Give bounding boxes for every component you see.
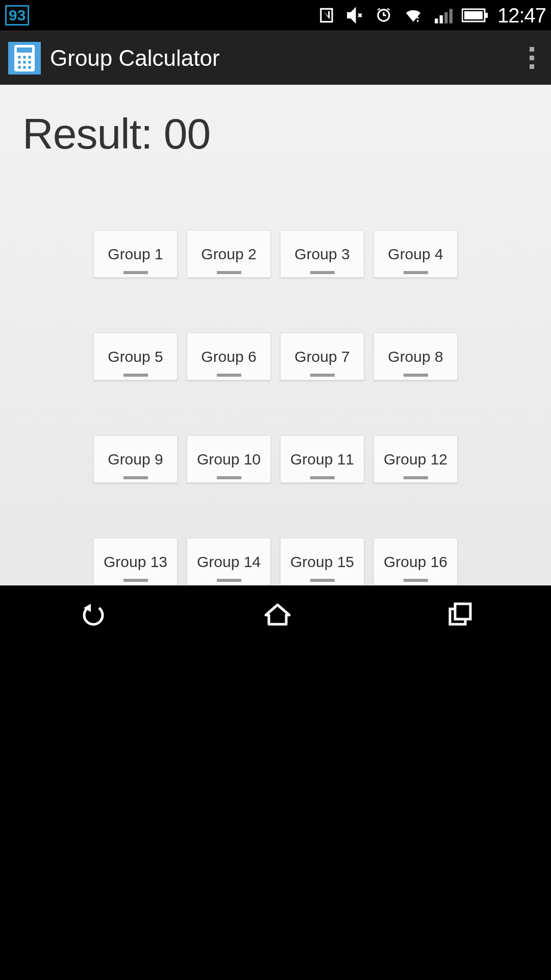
group-label: Group 16	[384, 553, 447, 571]
spinner-handle-icon	[217, 579, 241, 582]
overflow-dot-icon	[530, 47, 534, 52]
group-button-14[interactable]: Group 14	[187, 538, 271, 585]
back-button[interactable]	[78, 602, 108, 626]
svg-rect-7	[464, 11, 483, 19]
status-right: 12:47	[317, 4, 546, 27]
svg-rect-4	[444, 12, 447, 23]
battery-percent-badge: 93	[5, 5, 29, 26]
spinner-handle-icon	[123, 476, 148, 479]
spinner-handle-icon	[123, 271, 148, 274]
group-label: Group 2	[201, 246, 256, 263]
svg-point-16	[28, 61, 31, 64]
wifi-icon	[403, 6, 424, 25]
spinner-handle-icon	[123, 579, 148, 582]
svg-rect-22	[455, 604, 470, 619]
result-value: 00	[164, 110, 210, 158]
status-bar: 93 12:47	[0, 0, 551, 31]
app-title: Group Calculator	[50, 45, 220, 71]
spinner-handle-icon	[217, 374, 241, 377]
clock: 12:47	[497, 4, 546, 27]
group-button-2[interactable]: Group 2	[187, 230, 271, 278]
result-label: Result:	[22, 110, 152, 158]
svg-point-13	[28, 56, 31, 59]
group-label: Group 15	[290, 553, 354, 571]
spinner-handle-icon	[404, 271, 428, 274]
spinner-handle-icon	[404, 374, 428, 377]
spinner-handle-icon	[217, 271, 241, 274]
spinner-handle-icon	[310, 579, 335, 582]
spinner-handle-icon	[217, 476, 241, 479]
group-label: Group 8	[388, 348, 443, 365]
svg-point-18	[23, 66, 26, 69]
group-label: Group 12	[384, 451, 447, 468]
overflow-dot-icon	[530, 56, 534, 60]
group-button-10[interactable]: Group 10	[187, 435, 271, 483]
spinner-handle-icon	[404, 579, 428, 582]
svg-point-15	[23, 61, 26, 64]
svg-point-14	[18, 61, 21, 64]
svg-rect-10	[17, 47, 32, 53]
group-label: Group 4	[388, 246, 443, 263]
spinner-handle-icon	[310, 476, 335, 479]
group-button-3[interactable]: Group 3	[280, 230, 364, 278]
group-label: Group 3	[294, 246, 349, 263]
group-button-4[interactable]: Group 4	[373, 230, 458, 278]
group-label: Group 6	[201, 348, 256, 365]
svg-point-12	[23, 56, 26, 59]
group-button-9[interactable]: Group 9	[93, 435, 178, 483]
group-button-7[interactable]: Group 7	[280, 333, 364, 380]
svg-rect-3	[440, 15, 443, 23]
mute-icon	[345, 6, 365, 25]
battery-icon	[462, 8, 488, 23]
group-button-6[interactable]: Group 6	[187, 333, 271, 380]
group-button-1[interactable]: Group 1	[93, 230, 178, 278]
nfc-icon	[317, 6, 336, 25]
overflow-menu-button[interactable]	[521, 43, 542, 74]
letterbox	[0, 643, 551, 980]
spinner-handle-icon	[310, 271, 335, 274]
action-bar: Group Calculator	[0, 31, 551, 85]
svg-rect-5	[449, 9, 453, 23]
group-button-8[interactable]: Group 8	[373, 333, 458, 380]
group-label: Group 14	[197, 553, 261, 571]
group-label: Group 9	[108, 451, 163, 468]
content: Result: 00 Group 1 Group 2 Group 3 Group…	[0, 85, 551, 585]
group-label: Group 7	[294, 348, 349, 365]
group-label: Group 10	[197, 451, 261, 468]
group-label: Group 5	[108, 348, 163, 365]
group-button-15[interactable]: Group 15	[280, 538, 364, 585]
group-grid: Group 1 Group 2 Group 3 Group 4 Group 5 …	[22, 230, 529, 585]
group-button-16[interactable]: Group 16	[373, 538, 458, 585]
group-label: Group 1	[108, 246, 163, 263]
nav-bar	[0, 585, 551, 643]
svg-point-19	[28, 66, 31, 69]
alarm-icon	[374, 6, 393, 25]
group-label: Group 13	[104, 553, 167, 571]
group-button-13[interactable]: Group 13	[93, 538, 178, 585]
spinner-handle-icon	[123, 374, 148, 377]
recent-apps-button[interactable]	[447, 602, 473, 626]
group-button-5[interactable]: Group 5	[93, 333, 178, 380]
group-label: Group 11	[290, 451, 354, 468]
svg-rect-8	[485, 13, 488, 18]
svg-point-11	[18, 56, 21, 59]
svg-point-17	[18, 66, 21, 69]
group-button-12[interactable]: Group 12	[373, 435, 458, 483]
svg-rect-2	[435, 18, 438, 23]
group-button-11[interactable]: Group 11	[280, 435, 364, 483]
spinner-handle-icon	[404, 476, 428, 479]
app-icon	[8, 42, 41, 75]
result-text: Result: 00	[22, 109, 529, 159]
home-button[interactable]	[264, 602, 291, 626]
spinner-handle-icon	[310, 374, 335, 377]
overflow-dot-icon	[530, 64, 534, 69]
cell-signal-icon	[433, 6, 453, 25]
